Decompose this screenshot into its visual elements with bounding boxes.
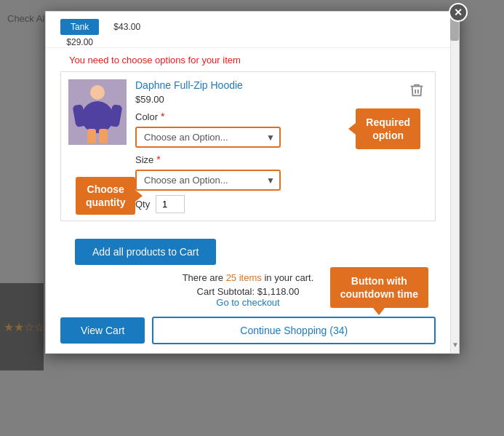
- color-select-wrapper: Choose an Option... ▼: [135, 127, 281, 148]
- delete-button[interactable]: [406, 79, 428, 105]
- tab-price-2: $43.00: [113, 19, 140, 39]
- tank-tab-label: Tank: [60, 19, 99, 35]
- size-select[interactable]: Choose an Option...: [135, 170, 281, 191]
- alert-box: You need to choose options for your item: [60, 48, 436, 71]
- alert-text: You need to choose options for your item: [69, 55, 241, 66]
- color-label: Color: [135, 111, 158, 122]
- product-tabs-row: Tank $29.00 $43.00: [46, 12, 450, 48]
- size-option-row: Size *: [135, 154, 406, 165]
- tooltip-choose-quantity: Choose quantity: [76, 177, 135, 215]
- size-select-row: Choose an Option... ▼: [135, 170, 406, 191]
- tank-tab-price: $29.00: [66, 37, 93, 47]
- cart-prefix: There are: [183, 272, 226, 283]
- qty-row: Qty: [135, 195, 406, 213]
- svg-rect-6: [99, 129, 108, 143]
- cart-items-word: items: [239, 272, 262, 283]
- modal-bottom-buttons: View Cart Continue Shopping (34) Button …: [46, 311, 450, 353]
- color-select[interactable]: Choose an Option...: [135, 127, 281, 148]
- tooltip-required-option: Required option: [356, 108, 420, 149]
- product-item-area: Daphne Full-Zip Hoodie $59.00 Color * Ch…: [60, 71, 436, 221]
- qty-input[interactable]: [156, 195, 185, 213]
- size-select-wrapper: Choose an Option... ▼: [135, 170, 281, 191]
- cart-items-count: 25: [226, 272, 236, 283]
- cart-suffix: in your cart.: [262, 272, 314, 283]
- color-required-star: *: [161, 111, 164, 122]
- size-required-star: *: [156, 154, 160, 165]
- product-image: [68, 79, 127, 145]
- modal-dialog: ✕ ▼ Tank $29.00 $43.00 You need to choos…: [45, 11, 460, 354]
- go-to-checkout-link[interactable]: Go to checkout: [216, 297, 279, 308]
- product-tab-tank: Tank $29.00: [60, 19, 99, 47]
- add-cart-section: Add all products to Cart: [46, 221, 450, 265]
- product-price: $59.00: [135, 94, 406, 105]
- product-name: Daphne Full-Zip Hoodie: [135, 79, 406, 91]
- scrollbar-down-arrow[interactable]: ▼: [452, 341, 459, 349]
- svg-rect-5: [87, 129, 96, 143]
- svg-point-2: [81, 101, 113, 133]
- svg-point-1: [90, 85, 105, 100]
- product-tab-2: $43.00: [113, 19, 140, 47]
- add-all-to-cart-button[interactable]: Add all products to Cart: [75, 239, 216, 265]
- size-label: Size: [135, 154, 153, 165]
- scrollbar[interactable]: ▼: [450, 12, 459, 353]
- close-button[interactable]: ✕: [449, 3, 468, 22]
- view-cart-button[interactable]: View Cart: [60, 317, 145, 344]
- tooltip-countdown: Button with countdown time: [330, 267, 428, 308]
- continue-shopping-button[interactable]: Continue Shopping (34): [152, 317, 436, 344]
